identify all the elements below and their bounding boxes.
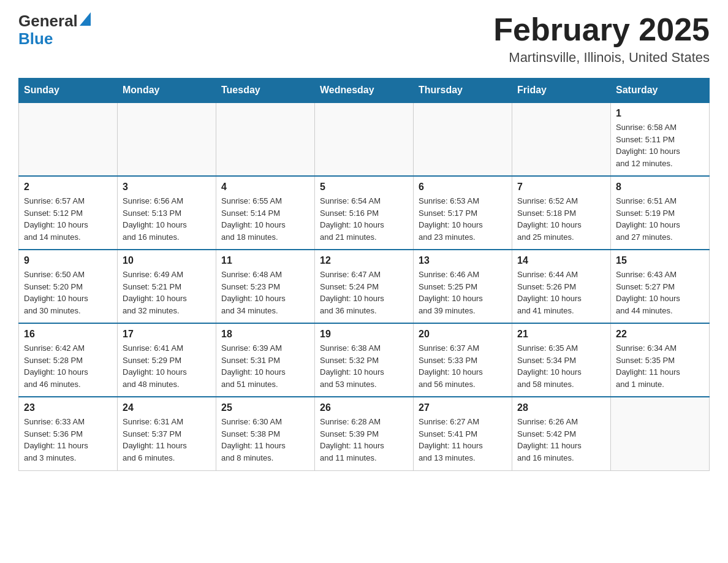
calendar-cell: 12Sunrise: 6:47 AM Sunset: 5:24 PM Dayli…	[315, 250, 414, 323]
header-row: SundayMondayTuesdayWednesdayThursdayFrid…	[19, 79, 710, 103]
day-info: Sunrise: 6:30 AM Sunset: 5:38 PM Dayligh…	[221, 416, 309, 464]
day-number: 18	[221, 329, 309, 340]
calendar-cell: 4Sunrise: 6:55 AM Sunset: 5:14 PM Daylig…	[216, 176, 315, 250]
calendar-cell	[414, 102, 512, 176]
day-info: Sunrise: 6:46 AM Sunset: 5:25 PM Dayligh…	[419, 269, 507, 316]
day-info: Sunrise: 6:56 AM Sunset: 5:13 PM Dayligh…	[123, 195, 211, 243]
day-number: 27	[419, 402, 507, 413]
calendar-cell: 27Sunrise: 6:27 AM Sunset: 5:41 PM Dayli…	[414, 397, 512, 470]
calendar-cell: 21Sunrise: 6:35 AM Sunset: 5:34 PM Dayli…	[512, 323, 611, 397]
day-info: Sunrise: 6:54 AM Sunset: 5:16 PM Dayligh…	[320, 195, 408, 243]
column-header-monday: Monday	[118, 79, 216, 103]
day-number: 23	[24, 402, 112, 413]
day-info: Sunrise: 6:43 AM Sunset: 5:27 PM Dayligh…	[616, 269, 704, 316]
calendar-cell: 13Sunrise: 6:46 AM Sunset: 5:25 PM Dayli…	[414, 250, 512, 323]
day-number: 4	[221, 182, 309, 193]
logo-triangle-icon	[80, 12, 91, 26]
calendar-cell: 5Sunrise: 6:54 AM Sunset: 5:16 PM Daylig…	[315, 176, 414, 250]
day-info: Sunrise: 6:55 AM Sunset: 5:14 PM Dayligh…	[221, 195, 309, 243]
day-info: Sunrise: 6:35 AM Sunset: 5:34 PM Dayligh…	[517, 342, 605, 390]
day-number: 12	[320, 255, 408, 266]
logo-wrapper: General Blue	[18, 12, 91, 47]
calendar-table: SundayMondayTuesdayWednesdayThursdayFrid…	[18, 78, 710, 471]
calendar-cell: 2Sunrise: 6:57 AM Sunset: 5:12 PM Daylig…	[19, 176, 118, 250]
day-number: 2	[24, 182, 112, 193]
column-header-thursday: Thursday	[414, 79, 512, 103]
day-info: Sunrise: 6:44 AM Sunset: 5:26 PM Dayligh…	[517, 269, 605, 316]
day-number: 9	[24, 255, 112, 266]
day-number: 3	[123, 182, 211, 193]
calendar-cell: 7Sunrise: 6:52 AM Sunset: 5:18 PM Daylig…	[512, 176, 611, 250]
day-number: 11	[221, 255, 309, 266]
day-number: 17	[123, 329, 211, 340]
calendar-cell: 15Sunrise: 6:43 AM Sunset: 5:27 PM Dayli…	[611, 250, 710, 323]
title-area: February 2025 Martinsville, Illinois, Un…	[493, 12, 710, 66]
day-info: Sunrise: 6:58 AM Sunset: 5:11 PM Dayligh…	[616, 121, 704, 169]
day-number: 22	[616, 329, 704, 340]
day-info: Sunrise: 6:49 AM Sunset: 5:21 PM Dayligh…	[123, 269, 211, 316]
calendar-cell: 24Sunrise: 6:31 AM Sunset: 5:37 PM Dayli…	[118, 397, 216, 470]
calendar-cell: 18Sunrise: 6:39 AM Sunset: 5:31 PM Dayli…	[216, 323, 315, 397]
day-number: 10	[123, 255, 211, 266]
day-info: Sunrise: 6:27 AM Sunset: 5:41 PM Dayligh…	[419, 416, 507, 464]
day-number: 28	[517, 402, 605, 413]
day-number: 14	[517, 255, 605, 266]
calendar-cell: 6Sunrise: 6:53 AM Sunset: 5:17 PM Daylig…	[414, 176, 512, 250]
calendar-cell: 10Sunrise: 6:49 AM Sunset: 5:21 PM Dayli…	[118, 250, 216, 323]
day-number: 5	[320, 182, 408, 193]
day-number: 20	[419, 329, 507, 340]
logo-blue-label: Blue	[18, 29, 53, 48]
calendar-cell: 16Sunrise: 6:42 AM Sunset: 5:28 PM Dayli…	[19, 323, 118, 397]
calendar-cell: 3Sunrise: 6:56 AM Sunset: 5:13 PM Daylig…	[118, 176, 216, 250]
day-number: 1	[616, 108, 704, 119]
day-number: 8	[616, 182, 704, 193]
logo-blue-text: Blue	[18, 30, 91, 48]
calendar-cell: 28Sunrise: 6:26 AM Sunset: 5:42 PM Dayli…	[512, 397, 611, 470]
day-info: Sunrise: 6:48 AM Sunset: 5:23 PM Dayligh…	[221, 269, 309, 316]
calendar-cell: 11Sunrise: 6:48 AM Sunset: 5:23 PM Dayli…	[216, 250, 315, 323]
calendar-cell: 1Sunrise: 6:58 AM Sunset: 5:11 PM Daylig…	[611, 102, 710, 176]
day-info: Sunrise: 6:38 AM Sunset: 5:32 PM Dayligh…	[320, 342, 408, 390]
day-info: Sunrise: 6:47 AM Sunset: 5:24 PM Dayligh…	[320, 269, 408, 316]
day-number: 13	[419, 255, 507, 266]
day-number: 19	[320, 329, 408, 340]
week-row: 1Sunrise: 6:58 AM Sunset: 5:11 PM Daylig…	[19, 102, 710, 176]
calendar-cell: 20Sunrise: 6:37 AM Sunset: 5:33 PM Dayli…	[414, 323, 512, 397]
day-info: Sunrise: 6:33 AM Sunset: 5:36 PM Dayligh…	[24, 416, 112, 464]
day-info: Sunrise: 6:52 AM Sunset: 5:18 PM Dayligh…	[517, 195, 605, 243]
calendar-cell: 19Sunrise: 6:38 AM Sunset: 5:32 PM Dayli…	[315, 323, 414, 397]
column-header-sunday: Sunday	[19, 79, 118, 103]
day-number: 26	[320, 402, 408, 413]
day-info: Sunrise: 6:26 AM Sunset: 5:42 PM Dayligh…	[517, 416, 605, 464]
calendar-cell: 17Sunrise: 6:41 AM Sunset: 5:29 PM Dayli…	[118, 323, 216, 397]
day-info: Sunrise: 6:41 AM Sunset: 5:29 PM Dayligh…	[123, 342, 211, 390]
logo-row1: General	[18, 12, 91, 30]
day-info: Sunrise: 6:50 AM Sunset: 5:20 PM Dayligh…	[24, 269, 112, 316]
day-number: 21	[517, 329, 605, 340]
calendar-cell: 26Sunrise: 6:28 AM Sunset: 5:39 PM Dayli…	[315, 397, 414, 470]
day-info: Sunrise: 6:34 AM Sunset: 5:35 PM Dayligh…	[616, 342, 704, 390]
column-header-wednesday: Wednesday	[315, 79, 414, 103]
day-number: 24	[123, 402, 211, 413]
calendar-cell: 8Sunrise: 6:51 AM Sunset: 5:19 PM Daylig…	[611, 176, 710, 250]
day-number: 6	[419, 182, 507, 193]
day-info: Sunrise: 6:31 AM Sunset: 5:37 PM Dayligh…	[123, 416, 211, 464]
day-number: 25	[221, 402, 309, 413]
week-row: 23Sunrise: 6:33 AM Sunset: 5:36 PM Dayli…	[19, 397, 710, 470]
month-title: February 2025	[493, 12, 710, 47]
calendar-cell: 22Sunrise: 6:34 AM Sunset: 5:35 PM Dayli…	[611, 323, 710, 397]
calendar-cell: 25Sunrise: 6:30 AM Sunset: 5:38 PM Dayli…	[216, 397, 315, 470]
day-info: Sunrise: 6:42 AM Sunset: 5:28 PM Dayligh…	[24, 342, 112, 390]
week-row: 2Sunrise: 6:57 AM Sunset: 5:12 PM Daylig…	[19, 176, 710, 250]
calendar-cell: 9Sunrise: 6:50 AM Sunset: 5:20 PM Daylig…	[19, 250, 118, 323]
day-info: Sunrise: 6:53 AM Sunset: 5:17 PM Dayligh…	[419, 195, 507, 243]
logo-general-text: General	[18, 12, 78, 30]
calendar-cell: 23Sunrise: 6:33 AM Sunset: 5:36 PM Dayli…	[19, 397, 118, 470]
page-header: General Blue February 2025 Martinsville,…	[18, 12, 710, 66]
day-info: Sunrise: 6:37 AM Sunset: 5:33 PM Dayligh…	[419, 342, 507, 390]
day-number: 15	[616, 255, 704, 266]
calendar-cell	[512, 102, 611, 176]
day-number: 16	[24, 329, 112, 340]
calendar-cell	[19, 102, 118, 176]
logo: General Blue	[18, 12, 91, 47]
